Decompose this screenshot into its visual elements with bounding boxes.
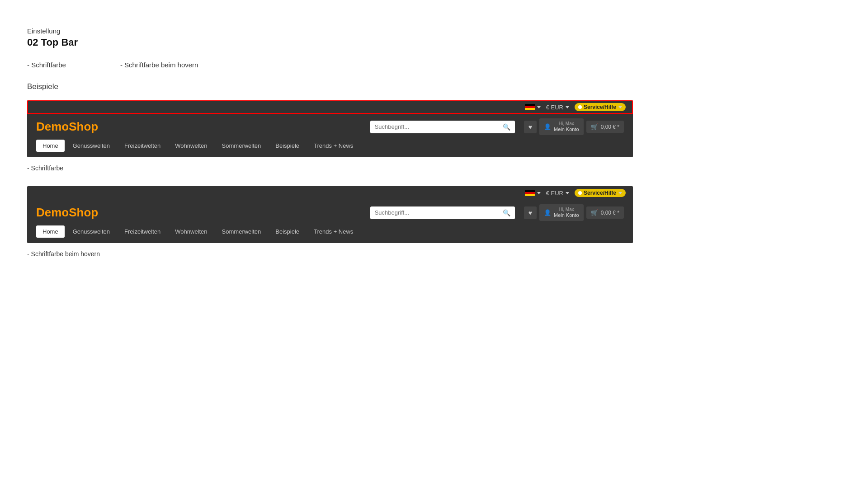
heart-icon-2 (528, 209, 532, 216)
prop-schriftfarbe: - Schriftfarbe (27, 61, 66, 69)
chevron-down-icon-2 (537, 192, 541, 194)
main-header-1: DemoShop 🔍 Hi, Max Mein Konto (27, 114, 633, 140)
user-hi-2: Hi, Max (554, 207, 579, 212)
account-button-1[interactable]: Hi, Max Mein Konto (539, 118, 584, 135)
demo2-label: - Schriftfarbe beim hovern (27, 250, 841, 258)
chevron-service-icon (618, 106, 622, 108)
chevron-down-icon (537, 106, 541, 108)
logo-bold-2: Demo (36, 206, 69, 219)
top-bar-1: € EUR Service/Hilfe (27, 100, 633, 114)
nav-bar-1: Home Genusswelten Freizeitwelten Wohnwel… (27, 140, 633, 157)
demo-shop-2: € EUR Service/Hilfe DemoShop (27, 186, 633, 243)
nav-sommerwelten-2[interactable]: Sommerwelten (216, 225, 268, 238)
user-hi-1: Hi, Max (554, 121, 579, 127)
search-button-2[interactable]: 🔍 (498, 206, 515, 219)
currency-selector-1[interactable]: € EUR (546, 104, 569, 111)
user-icon-1 (544, 123, 551, 130)
service-badge: Service/Hilfe (575, 103, 626, 111)
search-box-2: 🔍 (370, 206, 515, 219)
user-konto-2: Mein Konto (554, 212, 579, 218)
nav-beispiele-2[interactable]: Beispiele (269, 225, 306, 238)
logo-light-1: Shop (69, 120, 98, 133)
nav-sommerwelten-1[interactable]: Sommerwelten (216, 140, 268, 152)
flag-icon (525, 104, 535, 110)
account-button-2[interactable]: Hi, Max Mein Konto (539, 204, 584, 221)
nav-trends-2[interactable]: Trends + News (307, 225, 359, 238)
logo-light-2: Shop (69, 206, 98, 219)
top-bar-2: € EUR Service/Hilfe (27, 186, 633, 200)
currency-label-1: € EUR (546, 104, 563, 111)
search-input-1[interactable] (370, 121, 498, 133)
chevron-service-icon-2 (618, 192, 622, 194)
examples-label: Beispiele (27, 82, 841, 91)
user-icon-2 (544, 209, 551, 216)
language-selector-2[interactable] (525, 190, 541, 196)
main-header-2: DemoShop 🔍 Hi, Max Mein Konto (27, 200, 633, 225)
logo-2: DemoShop (36, 206, 98, 220)
wishlist-button-2[interactable] (524, 206, 537, 219)
demo-shop-1: € EUR Service/Hilfe DemoShop (27, 100, 633, 157)
service-label: Service/Hilfe (584, 104, 616, 110)
page-title: 02 Top Bar (27, 37, 841, 48)
header-actions-1: Hi, Max Mein Konto 0,00 € * (524, 118, 624, 135)
cart-button-1[interactable]: 0,00 € * (586, 121, 624, 133)
nav-wohnwelten-2[interactable]: Wohnwelten (169, 225, 213, 238)
heart-icon-1 (528, 123, 532, 131)
cart-price-1: 0,00 € * (601, 124, 619, 130)
search-input-2[interactable] (370, 206, 498, 219)
cart-button-2[interactable]: 0,00 € * (586, 206, 624, 219)
service-dot-icon (578, 105, 582, 109)
user-info-2: Hi, Max Mein Konto (554, 207, 579, 218)
service-button-1[interactable]: Service/Hilfe (575, 103, 626, 111)
chevron-down-currency-icon (566, 106, 569, 108)
service-label-2: Service/Hilfe (584, 190, 616, 196)
logo-bold-1: Demo (36, 120, 69, 133)
cart-icon-2 (591, 209, 598, 216)
nav-freizeitwelten-2[interactable]: Freizeitwelten (118, 225, 167, 238)
user-info-1: Hi, Max Mein Konto (554, 121, 579, 132)
prop-schriftfarbe-hover: - Schriftfarbe beim hovern (120, 61, 198, 69)
nav-home-1[interactable]: Home (36, 140, 65, 152)
wishlist-button-1[interactable] (524, 121, 537, 133)
cart-icon-1 (591, 123, 598, 130)
setting-label: Einstellung (27, 27, 841, 35)
currency-selector-2[interactable]: € EUR (546, 190, 569, 197)
header-actions-2: Hi, Max Mein Konto 0,00 € * (524, 204, 624, 221)
nav-freizeitwelten-1[interactable]: Freizeitwelten (118, 140, 167, 152)
nav-genusswelten-1[interactable]: Genusswelten (66, 140, 116, 152)
demo1-label: - Schriftfarbe (27, 164, 841, 172)
nav-bar-2: Home Genusswelten Freizeitwelten Wohnwel… (27, 225, 633, 243)
logo-1: DemoShop (36, 120, 98, 134)
flag-icon-2 (525, 190, 535, 196)
nav-trends-1[interactable]: Trends + News (307, 140, 359, 152)
cart-price-2: 0,00 € * (601, 210, 619, 216)
currency-label-2: € EUR (546, 190, 563, 197)
nav-genusswelten-2[interactable]: Genusswelten (66, 225, 116, 238)
service-button-2[interactable]: Service/Hilfe (575, 189, 626, 197)
chevron-down-currency-icon-2 (566, 192, 569, 194)
user-konto-1: Mein Konto (554, 127, 579, 132)
language-selector-1[interactable] (525, 104, 541, 110)
search-button-1[interactable]: 🔍 (498, 121, 515, 133)
nav-beispiele-1[interactable]: Beispiele (269, 140, 306, 152)
search-box-1: 🔍 (370, 121, 515, 133)
nav-wohnwelten-1[interactable]: Wohnwelten (169, 140, 213, 152)
service-badge-2: Service/Hilfe (575, 189, 626, 197)
nav-home-2[interactable]: Home (36, 225, 65, 238)
service-dot-icon-2 (578, 191, 582, 195)
